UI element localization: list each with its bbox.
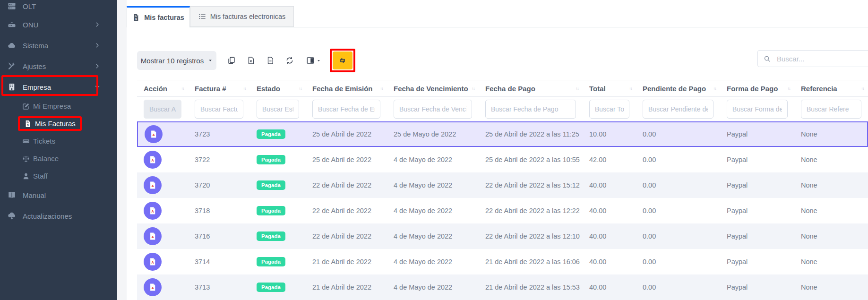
- invoice-pdf-button[interactable]: A: [145, 125, 163, 143]
- filter-input-forma-de-pago[interactable]: [727, 100, 788, 119]
- chevron-right-icon: [95, 63, 100, 69]
- show-records-dropdown[interactable]: Mostrar 10 registros: [137, 51, 216, 70]
- column-header-estado[interactable]: Estado↑↓: [250, 80, 306, 97]
- invoice-pdf-button[interactable]: A: [144, 227, 162, 245]
- cell-referencia: None: [794, 121, 868, 147]
- ticket-icon: [22, 137, 30, 145]
- cell-emision: 25 de Abril de 2022: [306, 121, 387, 147]
- columns-visibility-button[interactable]: [301, 51, 326, 70]
- search-input[interactable]: [776, 54, 868, 63]
- refresh-button[interactable]: [281, 51, 298, 70]
- sort-icon: ↑↓: [243, 86, 246, 91]
- cell-pago: 22 de Abril de 2022 a las 12:10: [479, 223, 583, 249]
- sidebar-item-label: Mis Facturas: [35, 120, 76, 128]
- caret-down-icon: [208, 58, 213, 63]
- column-header-fecha-de-emision[interactable]: Fecha de Emisión↑↓: [306, 80, 387, 97]
- invoice-row-3716[interactable]: A3716Pagada22 de Abril de 20224 de Mayo …: [137, 223, 868, 249]
- sidebar-item-mis-facturas[interactable]: $Mis Facturas: [0, 115, 117, 132]
- invoice-row-3714[interactable]: A3714Pagada21 de Abril de 20224 de Mayo …: [137, 249, 868, 274]
- search-box: [757, 50, 868, 67]
- status-badge: Pagada: [257, 257, 285, 266]
- tab-mis-facturas[interactable]: $ Mis facturas: [127, 6, 190, 27]
- sidebar-item-tickets[interactable]: Tickets: [0, 132, 117, 150]
- invoice-pdf-button[interactable]: A: [144, 253, 162, 271]
- sidebar-item-actualizaciones[interactable]: Actualizaciones: [0, 206, 117, 226]
- modem-icon: [8, 20, 16, 29]
- filter-input-estado[interactable]: [257, 100, 299, 119]
- cell-accion: A: [137, 147, 188, 172]
- cell-total: 40.00: [583, 172, 636, 198]
- filter-input-total[interactable]: [589, 100, 629, 119]
- sidebar-item-balance[interactable]: Balance: [0, 150, 117, 167]
- pdf-file-icon: A: [148, 257, 157, 266]
- column-header-fecha-de-vencimiento[interactable]: Fecha de Vencimiento↑↓: [387, 80, 479, 97]
- column-label: Fecha de Vencimiento: [394, 85, 468, 93]
- column-header-accion[interactable]: Acción↑↓: [137, 80, 188, 97]
- sort-icon: ↑↓: [472, 86, 474, 91]
- svg-text:A: A: [152, 235, 154, 239]
- status-badge: Pagada: [257, 180, 285, 190]
- column-header-fecha-de-pago[interactable]: Fecha de Pago↑↓: [479, 80, 583, 97]
- cell-emision: 22 de Abril de 2022: [306, 198, 387, 223]
- cell-forma: Paypal: [720, 249, 794, 274]
- cell-referencia: None: [794, 172, 868, 198]
- column-header-total[interactable]: Total↑↓: [583, 80, 636, 97]
- sidebar-item-manual[interactable]: Manual: [0, 185, 117, 206]
- filter-input-fecha-de-vencimiento[interactable]: [394, 100, 472, 119]
- filter-input-factura-[interactable]: [195, 100, 243, 119]
- sidebar-item-onu[interactable]: ONU: [0, 14, 117, 35]
- tab-mis-facturas-electronicas[interactable]: Mis facturas electronicas: [190, 6, 294, 27]
- sidebar-item-ajustes[interactable]: Ajustes: [0, 56, 117, 77]
- copy-button[interactable]: [223, 51, 240, 70]
- table-toolbar: Mostrar 10 registros: [137, 51, 355, 70]
- filter-input-accion: [144, 100, 181, 119]
- sort-icon: ↑↓: [181, 86, 184, 91]
- invoice-pdf-button[interactable]: A: [144, 151, 162, 169]
- sidebar-item-sistema[interactable]: Sistema: [0, 35, 117, 56]
- column-header-forma-de-pago[interactable]: Forma de Pago↑↓: [720, 80, 794, 97]
- filter-input-pendiente-de-pago[interactable]: [643, 100, 713, 119]
- filter-input-referencia[interactable]: [801, 100, 861, 119]
- filter-input-fecha-de-pago[interactable]: [485, 100, 576, 119]
- filter-cell: [250, 97, 306, 121]
- pdf-file-icon: A: [148, 206, 157, 215]
- pdf-file-icon: A: [148, 232, 157, 240]
- cell-forma: Paypal: [720, 172, 794, 198]
- cell-vencimiento: 4 de Mayo de 2022: [387, 147, 479, 172]
- sidebar-item-staff[interactable]: Staff: [0, 167, 117, 185]
- invoice-row-3723[interactable]: A3723Pagada25 de Abril de 202225 de Mayo…: [137, 121, 868, 147]
- column-header-factura-[interactable]: Factura #↑↓: [188, 80, 250, 97]
- invoice-pdf-button[interactable]: A: [144, 176, 162, 194]
- column-label: Referencia: [801, 85, 837, 93]
- cell-pendiente: 0.00: [636, 172, 720, 198]
- sidebar-item-mi-empresa[interactable]: Mi Empresa: [0, 97, 117, 115]
- invoice-pdf-button[interactable]: A: [144, 202, 162, 220]
- sidebar-item-empresa[interactable]: Empresa: [0, 77, 117, 97]
- invoice-row-3720[interactable]: A3720Pagada22 de Abril de 20224 de Mayo …: [137, 172, 868, 198]
- show-records-label: Mostrar 10 registros: [141, 57, 204, 65]
- sidebar-subitem-content: Staff: [22, 172, 48, 180]
- repeat-button[interactable]: [333, 51, 352, 69]
- refresh-icon: [285, 56, 294, 65]
- filter-input-fecha-de-emision[interactable]: [312, 100, 380, 119]
- sidebar-item-olt[interactable]: OLT: [0, 0, 117, 14]
- svg-text:A: A: [152, 210, 154, 214]
- tab-bar: $ Mis facturas Mis facturas electronicas: [127, 6, 294, 27]
- column-header-pendiente-de-pago[interactable]: Pendiente de Pago↑↓: [636, 80, 720, 97]
- cell-accion: A: [137, 172, 188, 198]
- sidebar-item-label: Manual: [23, 191, 46, 199]
- invoice-row-3722[interactable]: A3722Pagada25 de Abril de 20224 de Mayo …: [137, 147, 868, 172]
- column-label: Fecha de Pago: [485, 85, 535, 93]
- excel-export-button[interactable]: [242, 51, 259, 70]
- search-icon: [764, 55, 771, 62]
- columns-visibility-icon: [306, 56, 315, 65]
- file-export-button[interactable]: [262, 51, 279, 70]
- cell-accion: A: [137, 223, 188, 249]
- svg-text:A: A: [152, 286, 154, 290]
- invoice-pdf-button[interactable]: A: [144, 278, 162, 296]
- sort-icon: ↑↓: [629, 86, 632, 91]
- invoice-row-3718[interactable]: A3718Pagada22 de Abril de 20224 de Mayo …: [137, 198, 868, 223]
- cell-pendiente: 0.00: [636, 121, 720, 147]
- column-header-referencia[interactable]: Referencia↑↓: [794, 80, 868, 97]
- invoice-row-3713[interactable]: A3713Pagada21 de Abril de 20224 de Mayo …: [137, 274, 868, 300]
